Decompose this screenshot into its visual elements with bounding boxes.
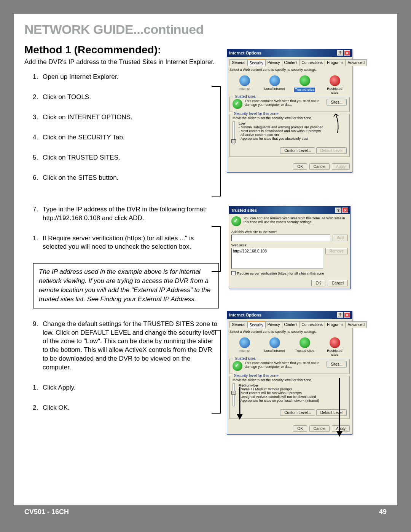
ok-button[interactable]: OK [293, 163, 307, 170]
internet-options-dialog-2: Internet Options ? ✕ General Security Pr… [227, 311, 352, 435]
ok-button[interactable]: OK [293, 425, 307, 432]
zone-name-legend: Trusted sites [233, 94, 257, 99]
step-11: Click OK. [33, 404, 219, 412]
page-number: 49 [379, 508, 387, 516]
apply-button[interactable]: Apply [332, 425, 350, 432]
check-icon [233, 361, 242, 371]
tab-security[interactable]: Security [247, 321, 266, 328]
level-bullet: - Same as Medium without prompts [239, 387, 319, 391]
zone-desc: This zone contains Web sites that you tr… [245, 361, 324, 369]
footer: CV501 - 16CH 49 [14, 505, 397, 518]
tab-content[interactable]: Content [282, 321, 300, 328]
footer-model: CV501 - 16CH [24, 508, 69, 516]
remove-button[interactable]: Remove [325, 248, 348, 254]
level-name: Medium-low [239, 383, 319, 387]
step-2: Click on TOOLS. [33, 93, 219, 102]
tab-programs[interactable]: Programs [325, 59, 346, 66]
zone-prompt: Select a Web content zone to specify its… [229, 330, 350, 334]
security-slider[interactable] [233, 121, 235, 144]
level-bullet: - Most content is downloaded and run wit… [239, 129, 323, 133]
help-icon[interactable]: ? [335, 208, 341, 213]
zone-internet[interactable]: Internet [233, 337, 256, 357]
default-level-button[interactable]: Default Level [316, 147, 347, 154]
level-bullet: - Unsigned ActiveX controls will not be … [239, 395, 319, 399]
tab-row: General Security Privacy Content Connect… [229, 59, 350, 66]
security-level-legend: Security level for this zone [233, 374, 280, 378]
close-icon[interactable]: ✕ [344, 50, 350, 56]
zone-desc: This zone contains Web sites that you tr… [245, 99, 324, 107]
zone-name-legend: Trusted sites [233, 356, 257, 361]
tab-advanced[interactable]: Advanced [345, 59, 366, 66]
internet-options-dialog-1: Internet Options ? ✕ General Security Pr… [227, 49, 352, 173]
trusted-sites-dialog: Trusted sites ? ✕ You can add and remove… [229, 206, 350, 289]
tab-advanced[interactable]: Advanced [345, 321, 366, 328]
add-label: Add this Web site to the zone: [231, 230, 348, 234]
step-6: Click on the SITES button. [33, 174, 219, 182]
close-icon[interactable]: ✕ [344, 312, 350, 318]
tab-connections[interactable]: Connections [299, 59, 325, 66]
zone-local-intranet[interactable]: Local intranet [263, 337, 286, 357]
tab-general[interactable]: General [229, 321, 248, 328]
bracket-1 [212, 86, 221, 197]
step-4: Click on the SECURITY Tab. [33, 133, 219, 142]
level-bullet: - Appropriate for sites that you absolut… [239, 137, 323, 141]
zone-prompt: Select a Web content zone to specify its… [229, 68, 350, 72]
custom-level-button[interactable]: Custom Level... [280, 147, 315, 154]
add-site-input[interactable] [231, 235, 330, 241]
zone-restricted-sites[interactable]: Restricted sites [323, 337, 346, 357]
tab-connections[interactable]: Connections [299, 321, 325, 328]
zone-local-intranet[interactable]: Local intranet [263, 75, 286, 95]
zone-restricted-sites[interactable]: Restricted sites [323, 75, 346, 95]
tab-content[interactable]: Content [282, 59, 300, 66]
level-bullet: - Minimal safeguards and warning prompts… [239, 125, 323, 129]
dialog3-title: Internet Options [229, 313, 261, 317]
step-5: Click on TRUSTED SITES. [33, 153, 219, 162]
tab-general[interactable]: General [229, 59, 248, 66]
help-icon[interactable]: ? [337, 50, 343, 56]
note-box: The IP address used in the example above… [33, 263, 219, 308]
require-https-checkbox[interactable] [231, 271, 236, 275]
tab-privacy[interactable]: Privacy [265, 59, 282, 66]
zone-trusted-sites[interactable]: Trusted sites [293, 337, 316, 357]
tab-privacy[interactable]: Privacy [265, 321, 282, 328]
step-7: Type in the IP address of the DVR in the… [33, 205, 219, 223]
step-list-3: Change the default settings for the TRUS… [33, 320, 219, 413]
zone-internet[interactable]: Internet [233, 75, 256, 95]
step-1: Open up Internet Explorer. [33, 73, 219, 81]
sites-listbox[interactable]: http://192.168.0.108 [231, 248, 323, 269]
security-slider[interactable] [233, 383, 235, 406]
sites-button[interactable]: Sites... [327, 361, 347, 367]
default-level-button[interactable]: Default Level [316, 409, 347, 416]
step-9: Change the default settings for the TRUS… [33, 320, 219, 372]
cancel-button[interactable]: Cancel [309, 163, 330, 170]
tab-security[interactable]: Security [247, 59, 266, 66]
list-item[interactable]: http://192.168.0.108 [233, 249, 322, 253]
add-button[interactable]: Add [333, 235, 348, 241]
bracket-3 [212, 330, 221, 414]
bracket-2 [212, 226, 221, 272]
sec-instruct: Move the slider to set the security leve… [233, 116, 347, 120]
help-icon[interactable]: ? [337, 312, 343, 318]
apply-button[interactable]: Apply [332, 163, 350, 170]
ts-instruct: You can add and remove Web sites from th… [244, 216, 348, 224]
list-label: Web sites: [231, 243, 348, 247]
cancel-button[interactable]: Cancel [328, 280, 348, 286]
step-8: If Require server verification (https:) … [33, 234, 219, 252]
level-name: Low [239, 121, 323, 125]
sites-button[interactable]: Sites... [327, 99, 347, 105]
check-icon [233, 99, 242, 109]
check-icon [231, 216, 241, 226]
zone-trusted-sites[interactable]: Trusted sites [293, 75, 316, 95]
ok-button[interactable]: OK [311, 280, 325, 286]
section-title: NETWORK GUIDE...continued [24, 22, 387, 37]
level-bullet: - Most content will be run without promp… [239, 391, 319, 395]
tab-programs[interactable]: Programs [325, 321, 346, 328]
cancel-button[interactable]: Cancel [309, 425, 330, 432]
checkbox-label: Require server verification (https:) for… [237, 272, 324, 275]
close-icon[interactable]: ✕ [342, 208, 348, 213]
page: NETWORK GUIDE...continued Method 1 (Reco… [14, 14, 397, 518]
custom-level-button[interactable]: Custom Level... [280, 409, 315, 416]
step-10: Click Apply. [33, 383, 219, 392]
dialog1-title: Internet Options [229, 51, 261, 55]
step-list-1: Open up Internet Explorer. Click on TOOL… [33, 73, 219, 182]
